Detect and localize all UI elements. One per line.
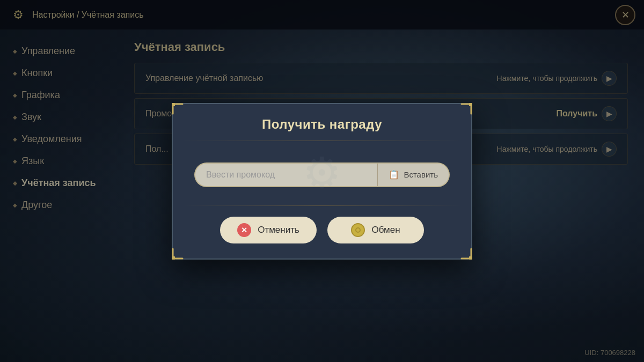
svg-rect-0	[172, 103, 175, 106]
promo-input-row: 📋 Вставить	[194, 162, 450, 187]
exchange-icon	[351, 223, 365, 237]
paste-label: Вставить	[404, 170, 438, 179]
cancel-icon: ✕	[237, 223, 251, 237]
paste-button[interactable]: 📋 Вставить	[377, 164, 449, 186]
modal-overlay: Получить награду ⚙ 📋 Вставить ✕ Отменить	[0, 0, 644, 362]
promo-code-input[interactable]	[195, 164, 377, 186]
exchange-button[interactable]: Обмен	[327, 217, 424, 243]
exchange-icon-inner	[355, 227, 361, 233]
modal-title: Получить награду	[189, 117, 455, 132]
cancel-label: Отменить	[258, 225, 299, 235]
cancel-button[interactable]: ✕ Отменить	[220, 217, 317, 243]
svg-rect-2	[172, 256, 175, 260]
modal-body: ⚙ 📋 Вставить	[173, 141, 471, 205]
svg-rect-3	[469, 256, 472, 260]
paste-icon: 📋	[389, 169, 399, 180]
corner-decoration-tr	[460, 103, 472, 115]
svg-rect-1	[469, 103, 472, 106]
corner-decoration-tl	[172, 103, 184, 115]
modal-footer: ✕ Отменить Обмен	[173, 206, 471, 258]
exchange-label: Обмен	[371, 225, 400, 235]
reward-modal: Получить награду ⚙ 📋 Вставить ✕ Отменить	[172, 103, 472, 260]
corner-decoration-br	[460, 248, 472, 260]
corner-decoration-bl	[172, 248, 184, 260]
modal-header: Получить награду	[173, 104, 471, 141]
